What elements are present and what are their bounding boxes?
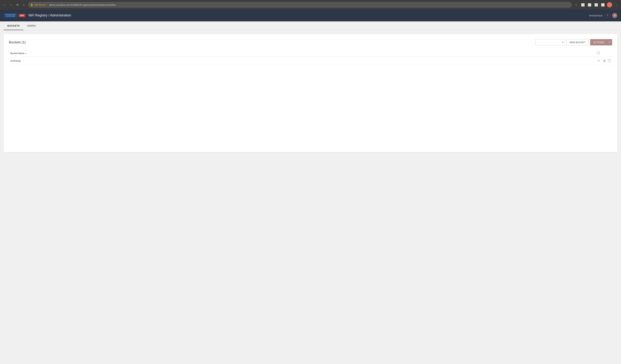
- browser-chrome: ← → ↻ ⌂ 🔓 Not Secure | demo.cloudera.com…: [0, 0, 621, 10]
- row-actions-cell: ✏ 🗑: [595, 57, 612, 65]
- table-body: workshop ✏ 🗑: [9, 57, 612, 65]
- actions-dropdown-button[interactable]: ▾: [607, 39, 612, 45]
- column-header-name: Bucket Name ▲: [9, 50, 595, 57]
- buckets-table: Bucket Name ▲ workshop: [9, 50, 612, 65]
- url-separator: |: [47, 3, 48, 6]
- username-label: anonymous: [589, 14, 603, 17]
- home-button[interactable]: ⌂: [21, 2, 26, 7]
- app-title: NiFi Registry / Administration: [29, 14, 71, 17]
- url-text: demo.cloudera.com:61080/nifi-registry/ad…: [49, 3, 116, 6]
- logo-area: HORTONWORKS DATAFLOW HDF: [4, 13, 26, 18]
- browser-menu-1[interactable]: ⬜: [580, 2, 586, 7]
- delete-button[interactable]: 🗑: [602, 59, 607, 63]
- content-area: Buckets (1) ▾ NEW BUCKET ACTIONS ▾: [0, 30, 621, 156]
- browser-nav-buttons: ← → ↻ ⌂: [2, 2, 26, 7]
- dataflow-text: DATAFLOW: [6, 15, 15, 17]
- browser-menu-4[interactable]: ⬜: [600, 2, 605, 7]
- edit-button[interactable]: ✏: [597, 59, 601, 63]
- app-header: HORTONWORKS DATAFLOW HDF NiFi Registry /…: [0, 10, 621, 21]
- app-header-left: HORTONWORKS DATAFLOW HDF NiFi Registry /…: [4, 13, 71, 18]
- column-header-checkbox: [595, 50, 612, 57]
- not-secure-label: Not Secure: [34, 3, 46, 6]
- forward-button[interactable]: →: [8, 2, 14, 7]
- close-button[interactable]: ✕: [612, 13, 617, 18]
- filter-icon-button[interactable]: ▾: [562, 41, 564, 44]
- filter-input[interactable]: [535, 39, 565, 45]
- more-options-button[interactable]: ⋮: [614, 2, 619, 7]
- actions-dropdown-icon: ▾: [609, 41, 610, 43]
- browser-menu-3[interactable]: ⬜: [594, 2, 599, 7]
- profile-button[interactable]: [607, 2, 612, 7]
- hdf-badge: HDF: [19, 14, 26, 17]
- row-checkbox[interactable]: [608, 60, 611, 62]
- browser-actions: ☆ ⬜ ⬜ ⬜ ⬜ ⋮: [574, 2, 619, 7]
- reload-button[interactable]: ↻: [15, 2, 20, 7]
- filter-input-wrap: ▾: [535, 39, 565, 45]
- actions-button-group: ACTIONS ▾: [590, 39, 612, 45]
- main-content: BUCKETS USERS Buckets (1) ▾ NEW BUCKET A…: [0, 21, 621, 364]
- tab-users[interactable]: USERS: [23, 21, 39, 30]
- table-row: workshop ✏ 🗑: [9, 57, 612, 65]
- card-header: Buckets (1) ▾ NEW BUCKET ACTIONS ▾: [9, 39, 612, 45]
- card-actions: ▾ NEW BUCKET ACTIONS ▾: [535, 39, 612, 45]
- tabs-bar: BUCKETS USERS: [0, 21, 621, 30]
- help-button[interactable]: ?: [605, 13, 610, 18]
- buckets-card: Buckets (1) ▾ NEW BUCKET ACTIONS ▾: [4, 34, 617, 152]
- header-checkbox[interactable]: [597, 52, 600, 54]
- tab-buckets[interactable]: BUCKETS: [4, 21, 23, 30]
- table-header: Bucket Name ▲: [9, 50, 612, 57]
- hortonworks-logo: HORTONWORKS DATAFLOW: [4, 13, 17, 18]
- bookmark-button[interactable]: ☆: [574, 2, 579, 7]
- card-title: Buckets (1): [9, 40, 26, 44]
- lock-icon: 🔓: [30, 3, 33, 6]
- new-bucket-button[interactable]: NEW BUCKET: [567, 39, 589, 45]
- bucket-name-cell: workshop: [9, 57, 595, 65]
- row-actions: ✏ 🗑: [597, 59, 611, 63]
- actions-button[interactable]: ACTIONS: [590, 39, 607, 45]
- sort-icon: ▲: [25, 52, 27, 54]
- app-header-right: anonymous ? ✕: [589, 13, 617, 18]
- back-button[interactable]: ←: [2, 2, 7, 7]
- browser-menu-2[interactable]: ⬜: [587, 2, 592, 7]
- address-bar[interactable]: 🔓 Not Secure | demo.cloudera.com:61080/n…: [28, 2, 572, 8]
